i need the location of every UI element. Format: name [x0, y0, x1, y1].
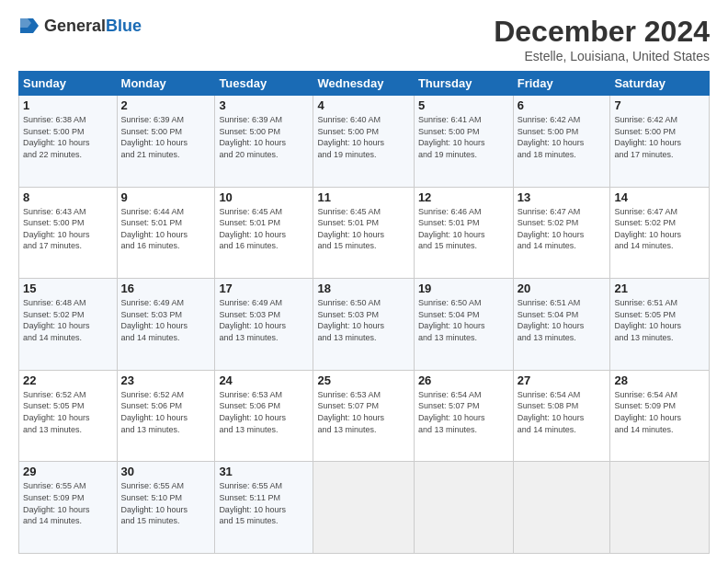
day-info: Sunrise: 6:55 AM Sunset: 5:11 PM Dayligh… [219, 480, 309, 526]
calendar-cell: 2Sunrise: 6:39 AM Sunset: 5:00 PM Daylig… [117, 96, 215, 188]
calendar-cell: 13Sunrise: 6:47 AM Sunset: 5:02 PM Dayli… [513, 187, 610, 279]
day-info: Sunrise: 6:45 AM Sunset: 5:01 PM Dayligh… [219, 206, 309, 252]
day-info: Sunrise: 6:49 AM Sunset: 5:03 PM Dayligh… [121, 297, 211, 343]
calendar-cell: 22Sunrise: 6:52 AM Sunset: 5:05 PM Dayli… [19, 370, 118, 462]
calendar-cell: 12Sunrise: 6:46 AM Sunset: 5:01 PM Dayli… [414, 187, 513, 279]
day-number: 18 [317, 282, 409, 295]
day-number: 26 [418, 373, 509, 387]
day-number: 5 [418, 98, 509, 112]
calendar-cell: 5Sunrise: 6:41 AM Sunset: 5:00 PM Daylig… [414, 96, 513, 188]
day-info: Sunrise: 6:44 AM Sunset: 5:01 PM Dayligh… [121, 206, 211, 252]
day-info: Sunrise: 6:42 AM Sunset: 5:00 PM Dayligh… [518, 114, 607, 160]
day-info: Sunrise: 6:43 AM Sunset: 5:00 PM Dayligh… [23, 206, 113, 252]
day-number: 11 [317, 190, 409, 204]
calendar-table: SundayMondayTuesdayWednesdayThursdayFrid… [18, 71, 710, 554]
calendar-cell: 17Sunrise: 6:49 AM Sunset: 5:03 PM Dayli… [215, 279, 313, 371]
day-info: Sunrise: 6:54 AM Sunset: 5:09 PM Dayligh… [614, 389, 705, 435]
calendar-cell [313, 462, 414, 554]
day-number: 8 [23, 190, 113, 204]
calendar-cell: 25Sunrise: 6:53 AM Sunset: 5:07 PM Dayli… [313, 370, 414, 462]
day-number: 4 [317, 98, 409, 112]
day-info: Sunrise: 6:54 AM Sunset: 5:07 PM Dayligh… [418, 389, 509, 435]
page: GeneralBlue December 2024 Estelle, Louis… [0, 0, 728, 563]
calendar-header-row: SundayMondayTuesdayWednesdayThursdayFrid… [19, 72, 710, 96]
day-info: Sunrise: 6:51 AM Sunset: 5:05 PM Dayligh… [614, 297, 705, 343]
logo-icon [18, 15, 40, 37]
calendar-cell: 19Sunrise: 6:50 AM Sunset: 5:04 PM Dayli… [414, 279, 513, 371]
calendar-cell: 9Sunrise: 6:44 AM Sunset: 5:01 PM Daylig… [117, 187, 215, 279]
title-block: December 2024 Estelle, Louisiana, United… [494, 15, 710, 63]
calendar-cell: 6Sunrise: 6:42 AM Sunset: 5:00 PM Daylig… [513, 96, 610, 188]
day-number: 30 [121, 465, 211, 478]
calendar-cell: 30Sunrise: 6:55 AM Sunset: 5:10 PM Dayli… [117, 462, 215, 554]
calendar-cell: 7Sunrise: 6:42 AM Sunset: 5:00 PM Daylig… [610, 96, 710, 188]
day-info: Sunrise: 6:41 AM Sunset: 5:00 PM Dayligh… [418, 114, 509, 160]
weekday-header-wednesday: Wednesday [313, 72, 414, 96]
day-info: Sunrise: 6:55 AM Sunset: 5:09 PM Dayligh… [23, 480, 113, 526]
day-number: 22 [23, 373, 113, 387]
day-number: 20 [518, 282, 607, 295]
day-number: 29 [23, 465, 113, 478]
day-info: Sunrise: 6:40 AM Sunset: 5:00 PM Dayligh… [317, 114, 409, 160]
day-info: Sunrise: 6:45 AM Sunset: 5:01 PM Dayligh… [317, 206, 409, 252]
calendar-cell: 29Sunrise: 6:55 AM Sunset: 5:09 PM Dayli… [19, 462, 118, 554]
day-info: Sunrise: 6:52 AM Sunset: 5:06 PM Dayligh… [121, 389, 211, 435]
day-info: Sunrise: 6:42 AM Sunset: 5:00 PM Dayligh… [614, 114, 705, 160]
day-number: 10 [219, 190, 309, 204]
calendar-cell: 8Sunrise: 6:43 AM Sunset: 5:00 PM Daylig… [19, 187, 118, 279]
main-title: December 2024 [494, 15, 710, 49]
calendar-cell: 3Sunrise: 6:39 AM Sunset: 5:00 PM Daylig… [215, 96, 313, 188]
calendar-cell: 27Sunrise: 6:54 AM Sunset: 5:08 PM Dayli… [513, 370, 610, 462]
calendar-cell [610, 462, 710, 554]
calendar-cell: 18Sunrise: 6:50 AM Sunset: 5:03 PM Dayli… [313, 279, 414, 371]
day-number: 27 [518, 373, 607, 387]
calendar-week-3: 15Sunrise: 6:48 AM Sunset: 5:02 PM Dayli… [19, 279, 710, 371]
calendar-cell: 26Sunrise: 6:54 AM Sunset: 5:07 PM Dayli… [414, 370, 513, 462]
day-number: 1 [23, 98, 113, 112]
calendar-week-5: 29Sunrise: 6:55 AM Sunset: 5:09 PM Dayli… [19, 462, 710, 554]
day-info: Sunrise: 6:46 AM Sunset: 5:01 PM Dayligh… [418, 206, 509, 252]
calendar-cell [513, 462, 610, 554]
calendar-cell: 28Sunrise: 6:54 AM Sunset: 5:09 PM Dayli… [610, 370, 710, 462]
day-number: 12 [418, 190, 509, 204]
day-number: 15 [23, 282, 113, 295]
day-info: Sunrise: 6:54 AM Sunset: 5:08 PM Dayligh… [518, 389, 607, 435]
calendar-cell: 23Sunrise: 6:52 AM Sunset: 5:06 PM Dayli… [117, 370, 215, 462]
day-number: 16 [121, 282, 211, 295]
day-number: 31 [219, 465, 309, 478]
day-info: Sunrise: 6:39 AM Sunset: 5:00 PM Dayligh… [219, 114, 309, 160]
day-info: Sunrise: 6:51 AM Sunset: 5:04 PM Dayligh… [518, 297, 607, 343]
calendar-week-4: 22Sunrise: 6:52 AM Sunset: 5:05 PM Dayli… [19, 370, 710, 462]
calendar-cell: 14Sunrise: 6:47 AM Sunset: 5:02 PM Dayli… [610, 187, 710, 279]
day-number: 19 [418, 282, 509, 295]
weekday-header-tuesday: Tuesday [215, 72, 313, 96]
day-number: 24 [219, 373, 309, 387]
day-number: 13 [518, 190, 607, 204]
day-number: 2 [121, 98, 211, 112]
calendar-cell: 11Sunrise: 6:45 AM Sunset: 5:01 PM Dayli… [313, 187, 414, 279]
day-info: Sunrise: 6:48 AM Sunset: 5:02 PM Dayligh… [23, 297, 113, 343]
calendar-cell: 20Sunrise: 6:51 AM Sunset: 5:04 PM Dayli… [513, 279, 610, 371]
day-info: Sunrise: 6:52 AM Sunset: 5:05 PM Dayligh… [23, 389, 113, 435]
weekday-header-friday: Friday [513, 72, 610, 96]
day-number: 14 [614, 190, 705, 204]
day-info: Sunrise: 6:53 AM Sunset: 5:07 PM Dayligh… [317, 389, 409, 435]
day-info: Sunrise: 6:38 AM Sunset: 5:00 PM Dayligh… [23, 114, 113, 160]
day-number: 9 [121, 190, 211, 204]
calendar-cell: 1Sunrise: 6:38 AM Sunset: 5:00 PM Daylig… [19, 96, 118, 188]
day-number: 17 [219, 282, 309, 295]
calendar-week-1: 1Sunrise: 6:38 AM Sunset: 5:00 PM Daylig… [19, 96, 710, 188]
logo: GeneralBlue [18, 15, 142, 37]
calendar-cell: 21Sunrise: 6:51 AM Sunset: 5:05 PM Dayli… [610, 279, 710, 371]
day-info: Sunrise: 6:50 AM Sunset: 5:04 PM Dayligh… [418, 297, 509, 343]
day-info: Sunrise: 6:49 AM Sunset: 5:03 PM Dayligh… [219, 297, 309, 343]
day-number: 21 [614, 282, 705, 295]
subtitle: Estelle, Louisiana, United States [494, 49, 710, 63]
calendar-cell: 24Sunrise: 6:53 AM Sunset: 5:06 PM Dayli… [215, 370, 313, 462]
header: GeneralBlue December 2024 Estelle, Louis… [18, 15, 710, 63]
weekday-header-monday: Monday [117, 72, 215, 96]
calendar-cell [414, 462, 513, 554]
logo-text: GeneralBlue [44, 17, 142, 36]
day-number: 7 [614, 98, 705, 112]
weekday-header-sunday: Sunday [19, 72, 118, 96]
